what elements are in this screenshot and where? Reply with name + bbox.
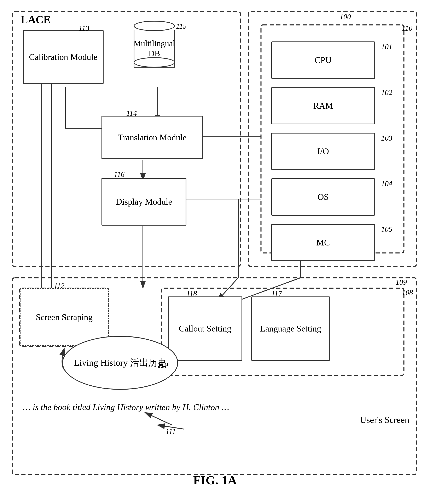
translation-module-box: Translation Module — [102, 116, 203, 159]
living-history-ref: 119 — [158, 361, 168, 369]
translation-module-label: Translation Module — [118, 132, 187, 143]
callout-setting-box: Callout Setting — [168, 297, 242, 361]
os-box: OS — [271, 178, 375, 216]
io-label: I/O — [317, 146, 329, 157]
multilingual-db-label: Multilingual DB — [134, 39, 175, 58]
cylinder-top — [134, 21, 175, 31]
svg-line-24 — [145, 413, 172, 425]
users-screen-label: User's Screen — [360, 415, 409, 425]
fig-caption: FIG. 1A — [193, 473, 237, 487]
lace-label: LACE — [21, 13, 51, 26]
language-setting-box: Language Setting — [251, 297, 330, 361]
ram-box: RAM — [271, 87, 375, 124]
multilingual-db-ref: 115 — [176, 22, 187, 30]
user-area-ref-109: 109 — [396, 278, 407, 287]
multilingual-db: Multilingual DB — [134, 21, 175, 68]
ref-111: 111 — [166, 427, 176, 436]
language-setting-label: Language Setting — [260, 324, 321, 334]
cylinder-bottom — [134, 57, 175, 68]
computer-ref-100: 100 — [340, 12, 351, 21]
display-module-box: Display Module — [102, 178, 186, 225]
calibration-module-box: Calibration Module — [23, 30, 104, 84]
calibration-ref: 113 — [79, 24, 89, 33]
cpu-box: CPU — [271, 41, 375, 79]
screen-scraping-label: Screen Scraping — [36, 312, 93, 322]
computer-ref-110: 110 — [402, 24, 412, 33]
cpu-ref: 101 — [381, 43, 392, 51]
screen-text: … is the book titled Living History writ… — [23, 402, 229, 412]
mc-label: MC — [316, 237, 330, 248]
callout-setting-ref: 118 — [186, 289, 197, 298]
mc-box: MC — [271, 224, 375, 261]
screen-scraping-box: Screen Scraping — [20, 288, 109, 346]
os-ref: 104 — [381, 179, 392, 188]
living-history-label: Living History 活出历史 — [74, 357, 166, 369]
screen-scraping-ref: 112 — [54, 281, 64, 290]
callout-setting-label: Callout Setting — [179, 324, 231, 334]
io-box: I/O — [271, 133, 375, 170]
language-setting-ref: 117 — [271, 289, 282, 298]
cpu-label: CPU — [315, 55, 332, 65]
mc-ref: 105 — [381, 225, 392, 234]
display-module-label: Display Module — [116, 197, 172, 207]
ram-label: RAM — [313, 100, 333, 111]
os-label: OS — [317, 192, 329, 202]
display-ref: 116 — [114, 170, 124, 179]
calibration-module-label: Calibration Module — [29, 52, 97, 62]
io-ref: 103 — [381, 134, 392, 143]
ram-ref: 102 — [381, 88, 392, 97]
translation-ref: 114 — [126, 109, 137, 117]
user-area-ref-108: 108 — [402, 288, 413, 297]
page: LACE Calibration Module 113 Multilingual… — [0, 0, 430, 504]
